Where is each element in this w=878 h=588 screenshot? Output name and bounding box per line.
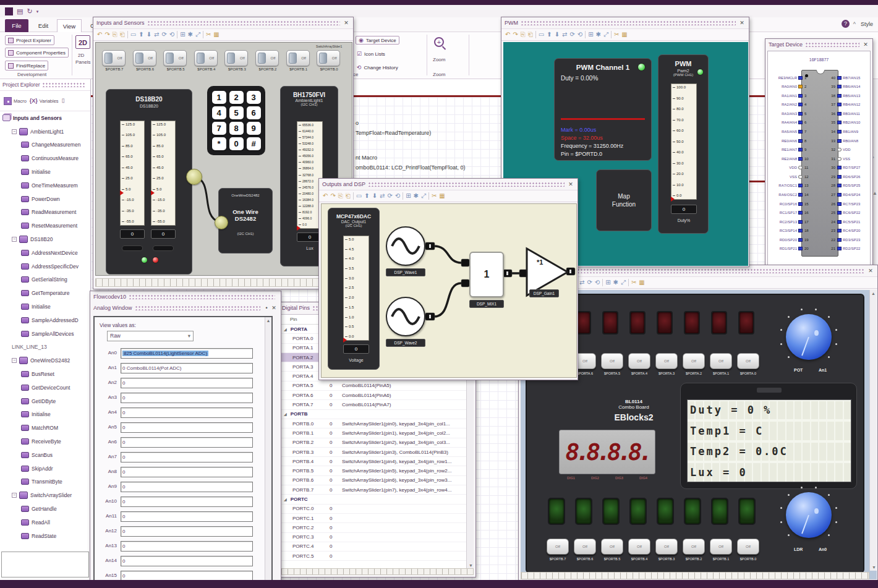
configure-icon[interactable]: ✱: [414, 192, 419, 200]
pin-row-PORTC.4[interactable]: PORTC.40: [281, 542, 467, 552]
raise-icon[interactable]: ⬆: [364, 192, 369, 200]
delete-icon[interactable]: ▦: [213, 31, 219, 38]
pin-row-PORTA.6[interactable]: PORTA.60ComboBL0114(PinA6): [281, 391, 467, 400]
rotate-ccw-icon[interactable]: ⟲: [169, 31, 174, 38]
pin-row-PORTB.7[interactable]: PORTB.70SwitchArraySlider1(pin7), keypad…: [281, 485, 467, 495]
tree-item-inputs-and-sensors[interactable]: Inputs and Sensors: [0, 111, 90, 125]
cut-icon[interactable]: ✂: [206, 31, 211, 38]
keypad-key-8[interactable]: 8: [229, 122, 244, 135]
analog-field-An10[interactable]: 0: [121, 496, 253, 507]
view-target-device-toggle[interactable]: ◉Target Device: [356, 36, 399, 45]
tree-item-initialise[interactable]: Initialise: [0, 408, 90, 422]
tree-item-powerdown[interactable]: PowerDown: [0, 192, 90, 206]
board-switch-$PORTA.0[interactable]: Off: [737, 353, 759, 369]
copy-icon[interactable]: ⎘: [521, 31, 526, 38]
redo-icon[interactable]: ↷: [330, 192, 335, 200]
keypad-key-*[interactable]: *: [212, 137, 226, 150]
board-switch-$PORTB.2[interactable]: Off: [683, 539, 705, 555]
undo-icon[interactable]: ↶: [323, 192, 328, 200]
board-switch-$PORTA.5[interactable]: Off: [601, 353, 623, 369]
resize-icon[interactable]: ⤢: [621, 279, 626, 286]
select-icon[interactable]: ▭: [539, 31, 544, 38]
quick-access-dropdown-icon[interactable]: ▾: [36, 8, 39, 15]
view-icon-lists-toggle[interactable]: ☑Icon Lists: [357, 51, 385, 57]
scroll-up-icon[interactable]: ▲: [872, 190, 877, 196]
raise-icon[interactable]: ⬆: [547, 31, 552, 38]
resize-icon[interactable]: ⤢: [603, 31, 608, 38]
analog-field-An8[interactable]: 0: [121, 467, 253, 477]
dsp-wave1-node[interactable]: [386, 226, 425, 266]
pin-row-PORTB.4[interactable]: PORTB.40SwitchArraySlider1(pin4), keypad…: [281, 457, 467, 466]
analog-field-An3[interactable]: 0: [121, 393, 253, 403]
rotate-cw-icon[interactable]: ⟳: [387, 192, 392, 200]
board-switch-$PORTB.1[interactable]: Off: [710, 539, 732, 555]
raise-icon[interactable]: ⬆: [139, 31, 143, 38]
tree-item-onetimemeasurem[interactable]: OneTimeMeasurem: [0, 179, 90, 192]
analog-field-An6[interactable]: 0: [121, 437, 253, 448]
align-icon[interactable]: ⊞: [588, 31, 593, 38]
variables-toolbar-button[interactable]: {X}Variables: [30, 98, 59, 104]
pin-row-PORTA.5[interactable]: PORTA.50ComboBL0114(PinA5): [281, 381, 467, 391]
analog-vscrollbar[interactable]: ▲: [265, 317, 271, 581]
tree-item-receivebyte[interactable]: ReceiveByte: [0, 435, 90, 448]
switch-$PORTB.4[interactable]: Off: [194, 50, 218, 66]
board-switch-$PORTB.3[interactable]: Off: [655, 539, 678, 555]
configure-icon[interactable]: ✱: [188, 31, 193, 38]
keypad-key-1[interactable]: 1: [212, 91, 226, 104]
rotate-ccw-icon[interactable]: ⟲: [578, 31, 582, 38]
tree-item-addressspecificdev[interactable]: AddressSpecificDev: [0, 260, 90, 273]
tree-item-onewireds2482[interactable]: −OneWireDS2482: [0, 354, 90, 367]
switch-$PORTB.7[interactable]: Off: [102, 50, 126, 66]
tree-item-continuousmeasure[interactable]: ContinuousMeasure: [0, 151, 90, 165]
close-icon[interactable]: ✕: [270, 305, 278, 311]
align-icon[interactable]: ⊞: [180, 31, 185, 38]
close-icon[interactable]: ✕: [567, 181, 574, 187]
board-hruler[interactable]: [521, 572, 869, 579]
pin-row-PORTC.5[interactable]: PORTC.50: [281, 552, 467, 561]
dsp-mix-node[interactable]: 1: [469, 252, 504, 297]
pin-row-PORTC.1[interactable]: PORTC.10: [281, 514, 467, 523]
board-switch-$PORTB.5[interactable]: Off: [601, 539, 623, 555]
tree-item-ambientlight1[interactable]: −AmbientLight1: [0, 125, 90, 138]
dac-slider[interactable]: 5.04.54.03.53.02.52.01.51.00.50.0: [343, 236, 369, 341]
swap-icon[interactable]: ⇄: [154, 31, 159, 38]
resize-icon[interactable]: ⤢: [195, 31, 200, 38]
tree-item-getdevicecount[interactable]: GetDeviceCount: [0, 381, 90, 394]
tree-item-readstate[interactable]: ReadState: [0, 529, 90, 543]
redo-icon[interactable]: ↻: [27, 8, 32, 15]
tree-item-readall[interactable]: ReadAll: [0, 516, 90, 529]
pin-row-PORTB.2[interactable]: PORTB.20SwitchArraySlider1(pin2), keypad…: [281, 438, 467, 448]
macro-toolbar-button[interactable]: Macro: [4, 97, 27, 105]
board-switch-$PORTB.0[interactable]: Off: [737, 539, 759, 555]
swap-icon[interactable]: ⇄: [380, 192, 385, 200]
analog-field-An13[interactable]: 0: [121, 541, 253, 552]
analog-field-An2[interactable]: 0: [121, 378, 253, 388]
tree-item-samplealldevices[interactable]: SampleAllDevices: [0, 327, 90, 341]
tree-item-changemeasuremen[interactable]: ChangeMeasuremen: [0, 138, 90, 152]
ribbon-collapse-icon[interactable]: ^: [853, 21, 856, 27]
digital-hruler[interactable]: [281, 568, 474, 575]
keypad-key-0[interactable]: 0: [229, 137, 244, 150]
swap-icon[interactable]: ⇄: [579, 279, 584, 286]
cut-icon[interactable]: ✂: [631, 279, 636, 286]
tree-item-initialise[interactable]: Initialise: [0, 165, 90, 179]
analog-field-An11[interactable]: 0: [121, 511, 253, 522]
map-function-box[interactable]: Map Function: [596, 169, 652, 231]
pwm-duty-slider[interactable]: 100.090.080.070.060.050.040.030.020.010.…: [671, 83, 697, 200]
pin-row-PORTB.3[interactable]: PORTB.30SwitchArraySlider1(pin3), ComboB…: [281, 448, 467, 457]
switch-$PORTB.0[interactable]: Off: [317, 50, 340, 66]
switch-$PORTB.5[interactable]: Off: [163, 50, 187, 66]
cut-icon[interactable]: ✂: [614, 31, 619, 38]
close-icon[interactable]: ✕: [867, 268, 874, 274]
minimize-icon[interactable]: •: [263, 305, 270, 311]
board-switch-$PORTB.4[interactable]: Off: [628, 539, 650, 555]
more-toolbar-icon[interactable]: ⌷: [62, 98, 65, 104]
inputs-hruler[interactable]: [95, 278, 351, 287]
analog-field-An5[interactable]: 0: [121, 422, 253, 433]
delete-icon[interactable]: ▦: [439, 192, 445, 200]
tree-item-readmeasurement[interactable]: ReadMeasurement: [0, 206, 90, 219]
copy-icon[interactable]: ⎘: [338, 192, 343, 200]
analog-field-An1[interactable]: 0 ComboBL0114(Pot ADC): [121, 363, 253, 373]
copy-icon[interactable]: ⎘: [113, 31, 117, 38]
select-icon[interactable]: ▭: [130, 31, 136, 38]
